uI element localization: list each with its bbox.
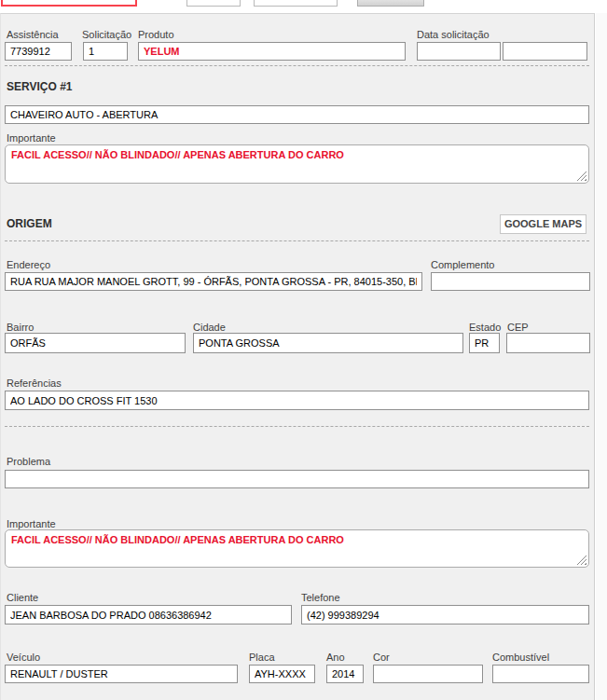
estado-input[interactable]	[469, 333, 500, 353]
ano-label: Ano	[326, 652, 345, 663]
solicitacao-label: Solicitação	[82, 29, 131, 40]
endereco-input[interactable]	[5, 272, 422, 291]
cep-input[interactable]	[506, 333, 590, 353]
telefone-input[interactable]	[301, 605, 589, 625]
tab-2[interactable]	[186, 0, 241, 7]
complemento-input[interactable]	[431, 272, 590, 291]
produto-label: Produto	[138, 29, 174, 40]
data-solicitacao-date-input[interactable]	[417, 42, 501, 61]
placa-label: Placa	[249, 652, 275, 663]
ano-input[interactable]	[326, 665, 364, 683]
veiculo-label: Veículo	[7, 652, 40, 663]
referencias-label: Referências	[7, 377, 62, 389]
data-solicitacao-time-input[interactable]	[503, 42, 587, 61]
cidade-label: Cidade	[193, 322, 226, 333]
assistencia-label: Assistência	[7, 29, 59, 40]
importante-label: Importante	[7, 132, 56, 144]
tab-3[interactable]	[254, 0, 338, 7]
combustivel-label: Combustível	[492, 652, 549, 663]
cep-label: CEP	[507, 322, 529, 333]
separator	[5, 426, 589, 427]
endereco-label: Endereço	[7, 259, 50, 270]
estado-label: Estado	[469, 322, 501, 333]
referencias-input[interactable]	[5, 391, 589, 410]
cliente-input[interactable]	[5, 605, 292, 625]
servico-input[interactable]	[5, 105, 589, 124]
service-form-screen: Assistência Solicitação Produto Data sol…	[0, 0, 607, 700]
importante2-textarea[interactable]: FACIL ACESSO// NÃO BLINDADO// APENAS ABE…	[5, 529, 589, 568]
separator	[5, 65, 589, 66]
servico-heading: SERVIÇO #1	[7, 80, 72, 93]
combustivel-input[interactable]	[492, 665, 589, 683]
importante-textarea[interactable]: FACIL ACESSO// NÃO BLINDADO// APENAS ABE…	[5, 144, 589, 184]
assistencia-input[interactable]	[5, 42, 72, 61]
separator	[5, 240, 589, 241]
problema-input[interactable]	[5, 470, 589, 488]
veiculo-input[interactable]	[5, 665, 238, 683]
cor-input[interactable]	[373, 665, 483, 683]
cor-label: Cor	[373, 652, 390, 663]
active-tab-red[interactable]	[1, 0, 137, 7]
google-maps-button[interactable]: GOOGLE MAPS	[500, 214, 586, 234]
problema-label: Problema	[7, 456, 50, 467]
right-gutter	[596, 13, 607, 700]
telefone-label: Telefone	[301, 592, 340, 603]
bairro-input[interactable]	[5, 333, 186, 353]
complemento-label: Complemento	[431, 259, 494, 270]
solicitacao-input[interactable]	[83, 42, 128, 61]
placa-input[interactable]	[249, 665, 315, 683]
bairro-label: Bairro	[7, 322, 34, 333]
data-solicitacao-label: Data solicitação	[417, 29, 490, 40]
cliente-label: Cliente	[7, 592, 38, 603]
importante2-label: Importante	[7, 518, 56, 529]
produto-input[interactable]	[138, 42, 406, 61]
cidade-input[interactable]	[193, 333, 463, 353]
origem-heading: ORIGEM	[7, 217, 52, 230]
toolbar-button[interactable]	[357, 0, 424, 7]
